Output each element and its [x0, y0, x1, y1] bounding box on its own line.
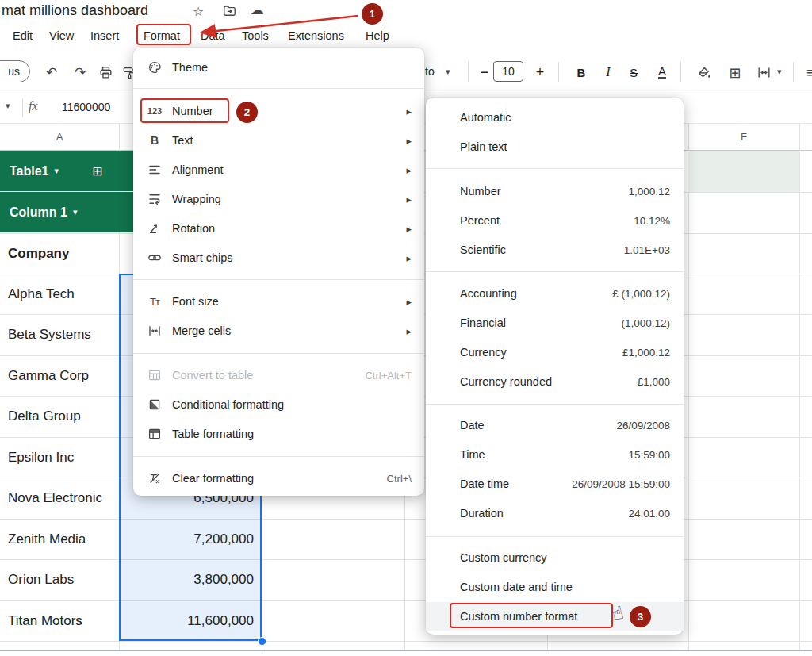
submenu-item-date[interactable]: Date 26/09/2008 [426, 411, 684, 439]
font-select-partial[interactable]: to [425, 65, 435, 78]
menu-divider [426, 404, 684, 405]
table-column-name[interactable]: Column 1 [10, 205, 67, 220]
horizontal-align-icon[interactable]: ≡ [801, 62, 812, 82]
move-folder-icon[interactable] [222, 3, 237, 18]
submenu-item-duration[interactable]: Duration 24:01:00 [426, 499, 684, 527]
menu-item-clear-formatting[interactable]: Clear formatting Ctrl+\ [133, 464, 424, 493]
cell-company[interactable]: Orion Labs [8, 559, 127, 600]
menu-extensions[interactable]: Extensions [288, 26, 344, 45]
cell-company[interactable]: Titan Motors [8, 600, 127, 641]
star-icon[interactable]: ☆ [193, 4, 204, 19]
convert-to-table-icon [145, 368, 164, 382]
cell-company[interactable]: Gamma Corp [8, 355, 127, 396]
menu-tools[interactable]: Tools [242, 26, 269, 45]
submenu-item-currency-rounded[interactable]: Currency rounded £1,000 [426, 367, 684, 396]
toolbar-divider [680, 62, 681, 82]
submenu-arrow-icon: ▸ [406, 325, 412, 337]
undo-icon[interactable]: ↶ [41, 62, 62, 82]
submenu-item-scientific[interactable]: Scientific 1.01E+03 [426, 236, 684, 264]
cell-company[interactable]: Beta Systems [8, 314, 127, 355]
selection-handle[interactable] [258, 637, 266, 646]
formula-bar-value[interactable]: 11600000 [62, 101, 110, 113]
submenu-item-custom-currency[interactable]: Custom currency [426, 543, 684, 572]
menu-view[interactable]: View [49, 26, 74, 45]
cell-company[interactable]: Delta Group [8, 396, 127, 436]
strikethrough-button[interactable]: S [623, 62, 644, 82]
submenu-item-financial[interactable]: Financial (1,000.12) [426, 309, 684, 337]
column-header-f[interactable]: F [688, 127, 799, 148]
name-box-caret-icon[interactable]: ▾ [6, 101, 10, 111]
shortcut-label: Ctrl+\ [387, 473, 412, 485]
table-grid-icon[interactable]: ⊞ [92, 163, 102, 178]
print-icon[interactable] [95, 62, 116, 82]
toolbar-divider [468, 62, 469, 82]
menu-item-table-formatting[interactable]: Table formatting [133, 420, 424, 448]
menu-divider [426, 168, 684, 169]
merge-cells-icon[interactable] [753, 62, 774, 82]
format-example: 10.12% [634, 215, 670, 227]
format-example: (1,000.12) [621, 317, 670, 329]
submenu-item-time[interactable]: Time 15:59:00 [426, 440, 684, 469]
menu-divider [133, 353, 424, 354]
format-example: 1.01E+03 [624, 244, 670, 256]
formula-bar-divider [22, 98, 23, 117]
cell-company[interactable]: Nova Electronic [8, 478, 127, 518]
merge-dropdown-caret-icon[interactable]: ▾ [777, 67, 782, 77]
submenu-item-number[interactable]: Number 1,000.12 [426, 177, 684, 205]
cell-value[interactable]: 11,600,000 [119, 600, 254, 641]
menu-item-conditional-formatting[interactable]: Conditional formatting [133, 390, 424, 419]
cell-company[interactable]: Epsilon Inc [8, 437, 127, 478]
menu-data[interactable]: Data [201, 26, 225, 45]
menu-item-smart-chips[interactable]: Smart chips ▸ [133, 244, 424, 272]
menus-pill-label: us [8, 65, 20, 78]
italic-button[interactable]: I [598, 62, 619, 82]
column-header-a[interactable]: A [0, 127, 119, 148]
menu-help[interactable]: Help [366, 26, 389, 45]
text-color-button[interactable]: A [652, 62, 672, 82]
menu-item-text[interactable]: B Text ▸ [133, 126, 424, 155]
submenu-item-accounting[interactable]: Accounting £ (1,000.12) [426, 279, 684, 308]
submenu-item-automatic[interactable]: Automatic [426, 103, 684, 132]
toolbar-divider [793, 62, 794, 82]
menu-item-wrapping[interactable]: Wrapping ▸ [133, 185, 424, 213]
menu-divider [133, 279, 424, 280]
font-size-input[interactable]: 10 [493, 61, 523, 82]
column-caret-icon[interactable]: ▾ [73, 207, 78, 217]
submenu-item-currency[interactable]: Currency £1,000.12 [426, 338, 684, 366]
table-caret-icon[interactable]: ▾ [55, 166, 59, 176]
menu-item-font-size[interactable]: Tт Font size ▸ [133, 287, 424, 316]
submenu-item-percent[interactable]: Percent 10.12% [426, 206, 684, 235]
increase-font-size-button[interactable]: + [530, 62, 550, 82]
submenu-item-plain-text[interactable]: Plain text [426, 132, 684, 161]
menu-item-merge-cells[interactable]: Merge cells ▸ [133, 316, 424, 345]
menu-edit[interactable]: Edit [13, 26, 33, 45]
format-example: 1,000.12 [628, 186, 670, 198]
menu-item-alignment[interactable]: Alignment ▸ [133, 155, 424, 184]
annotation-box-custom-number-format [450, 603, 613, 628]
palette-icon [145, 60, 164, 75]
redo-icon[interactable]: ↷ [70, 62, 90, 82]
cell-company[interactable]: Alpha Tech [8, 274, 127, 314]
cell-company[interactable]: Zenith Media [8, 519, 127, 559]
menu-insert[interactable]: Insert [90, 26, 119, 45]
format-example: £1,000.12 [622, 347, 670, 359]
font-dropdown-caret-icon[interactable]: ▾ [446, 67, 450, 77]
cell-company-header[interactable]: Company [8, 233, 127, 274]
submenu-item-custom-date-time[interactable]: Custom date and time [426, 573, 684, 601]
cell-value[interactable]: 3,800,000 [119, 559, 254, 600]
menu-item-theme[interactable]: Theme [133, 53, 424, 82]
document-title[interactable]: mat millions dashboard [2, 2, 148, 19]
conditional-formatting-icon [145, 397, 164, 412]
submenu-item-date-time[interactable]: Date time 26/09/2008 15:59:00 [426, 470, 684, 498]
merge-cells-icon [145, 324, 164, 338]
borders-icon[interactable]: ⊞ [725, 62, 745, 82]
alignment-icon [145, 163, 164, 177]
table-name[interactable]: Table1 [10, 164, 49, 178]
fill-color-icon[interactable] [693, 62, 714, 82]
bold-button[interactable]: B [571, 62, 592, 82]
menus-search-pill[interactable]: us [0, 60, 30, 82]
cell-value[interactable]: 7,200,000 [119, 519, 254, 559]
menu-item-rotation[interactable]: Rotation ▸ [133, 214, 424, 243]
decrease-font-size-button[interactable]: − [474, 62, 495, 82]
submenu-arrow-icon: ▸ [406, 194, 412, 205]
